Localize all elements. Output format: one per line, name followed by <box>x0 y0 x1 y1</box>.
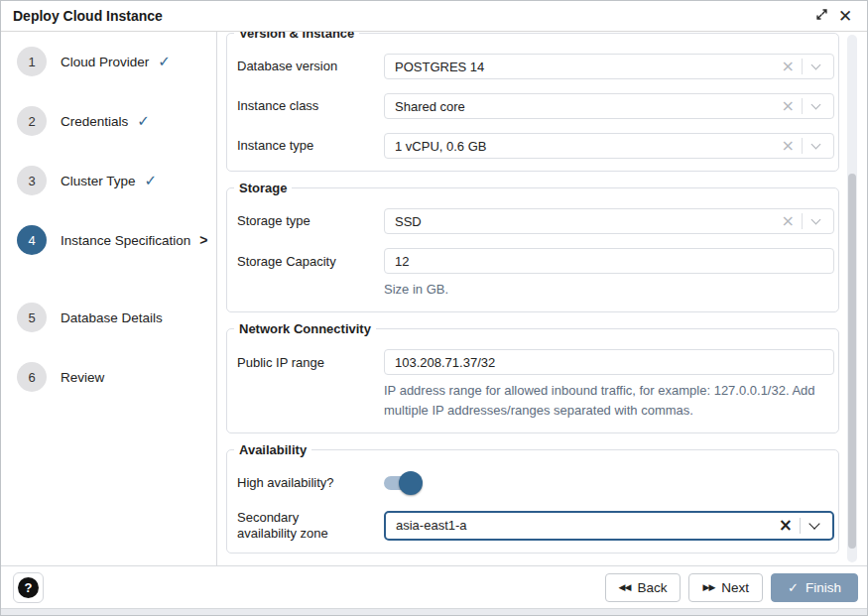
titlebar: Deploy Cloud Instance ✕ <box>1 1 867 32</box>
step-number-badge: 6 <box>17 362 47 392</box>
scrollbar-track[interactable] <box>847 35 857 562</box>
help-icon: ? <box>18 577 39 598</box>
step-number-badge: 4 <box>17 225 47 255</box>
step-cloud-provider[interactable]: 1 Cloud Provider ✓ <box>1 32 216 91</box>
step-instance-specification[interactable]: 4 Instance Specification > <box>1 210 216 270</box>
back-button[interactable]: ◀◀ Back <box>605 573 682 602</box>
section-legend: Network Connectivity <box>234 320 376 337</box>
field-storage-type: Storage type SSD × <box>237 208 834 234</box>
dropdown-chevron-icon[interactable] <box>803 219 827 223</box>
section-storage: Storage Storage type SSD × Storage Capac… <box>226 187 839 312</box>
dropdown-chevron-icon[interactable] <box>803 64 827 68</box>
dropdown-chevron-icon[interactable] <box>801 523 826 528</box>
storage-type-select[interactable]: SSD × <box>384 208 834 234</box>
clear-icon[interactable]: × <box>775 59 802 74</box>
section-network-connectivity: Network Connectivity Public IP range IP … <box>226 328 839 433</box>
dropdown-chevron-icon[interactable] <box>803 144 827 148</box>
scrollbar-thumb[interactable] <box>848 174 856 549</box>
section-version-instance: Version & Instance Database version POST… <box>226 33 839 172</box>
field-public-ip-range: Public IP range IP address range for all… <box>237 349 834 421</box>
next-icon: ▶▶ <box>702 582 714 592</box>
next-button[interactable]: ▶▶ Next <box>688 573 763 602</box>
field-secondary-availability-zone: Secondary availability zone asia-east1-a… <box>237 510 834 541</box>
clear-icon[interactable]: × <box>775 138 802 154</box>
field-instance-type: Instance type 1 vCPU, 0.6 GB × <box>237 133 834 159</box>
public-ip-range-helper: IP address range for allowed inbound tra… <box>384 381 834 421</box>
clear-icon[interactable]: × <box>775 98 802 114</box>
active-step-chevron-icon: > <box>199 232 207 248</box>
secondary-availability-zone-select[interactable]: asia-east1-a × <box>384 511 834 541</box>
dialog-bottom-edge <box>1 608 867 616</box>
field-storage-capacity: Storage Capacity Size in GB. <box>237 248 834 300</box>
close-icon: ✕ <box>838 8 852 25</box>
field-instance-class: Instance class Shared core × <box>237 93 834 119</box>
clear-icon[interactable]: × <box>775 213 802 229</box>
close-button[interactable]: ✕ <box>833 4 857 28</box>
wizard-steps-sidebar: 1 Cloud Provider ✓ 2 Credentials ✓ 3 Clu… <box>1 32 217 565</box>
step-database-details[interactable]: 5 Database Details <box>1 288 216 347</box>
step-completed-check-icon: ✓ <box>145 172 158 189</box>
section-availability: Availability High availability? Secondar… <box>226 449 839 554</box>
finish-button[interactable]: ✓ Finish <box>771 573 858 602</box>
clear-icon[interactable]: × <box>772 517 800 534</box>
storage-capacity-helper: Size in GB. <box>384 280 834 300</box>
step-credentials[interactable]: 2 Credentials ✓ <box>1 91 216 151</box>
dropdown-chevron-icon[interactable] <box>803 104 827 108</box>
dialog-footer: ? ◀◀ Back ▶▶ Next ✓ Finish <box>1 565 867 608</box>
dialog-title: Deploy Cloud Instance <box>13 8 809 24</box>
help-button[interactable]: ? <box>13 572 44 603</box>
section-legend: Storage <box>234 180 292 196</box>
step-number-badge: 1 <box>17 47 47 76</box>
step-number-badge: 5 <box>17 303 47 332</box>
step-review[interactable]: 6 Review <box>1 347 216 407</box>
field-high-availability: High availability? <box>237 470 834 496</box>
step-number-badge: 2 <box>17 106 47 136</box>
field-database-version: Database version POSTGRES 14 × <box>237 54 834 79</box>
step-completed-check-icon: ✓ <box>158 53 171 70</box>
maximize-icon <box>815 8 828 24</box>
step-number-badge: 3 <box>17 166 47 195</box>
back-icon: ◀◀ <box>619 582 631 592</box>
finish-check-icon: ✓ <box>788 580 799 595</box>
storage-capacity-input[interactable] <box>384 248 834 274</box>
section-legend: Availability <box>234 441 311 458</box>
database-version-select[interactable]: POSTGRES 14 × <box>384 54 834 79</box>
form-scroll-area: Version & Instance Database version POST… <box>217 32 867 565</box>
maximize-button[interactable] <box>809 4 833 28</box>
high-availability-toggle[interactable] <box>384 470 424 496</box>
instance-class-select[interactable]: Shared core × <box>384 93 834 119</box>
public-ip-range-input[interactable] <box>384 349 834 375</box>
section-legend: Version & Instance <box>234 32 359 42</box>
deploy-cloud-instance-dialog: Deploy Cloud Instance ✕ 1 Cloud Provider… <box>0 0 868 616</box>
instance-type-select[interactable]: 1 vCPU, 0.6 GB × <box>384 133 834 159</box>
step-completed-check-icon: ✓ <box>137 112 150 130</box>
step-cluster-type[interactable]: 3 Cluster Type ✓ <box>1 151 216 210</box>
